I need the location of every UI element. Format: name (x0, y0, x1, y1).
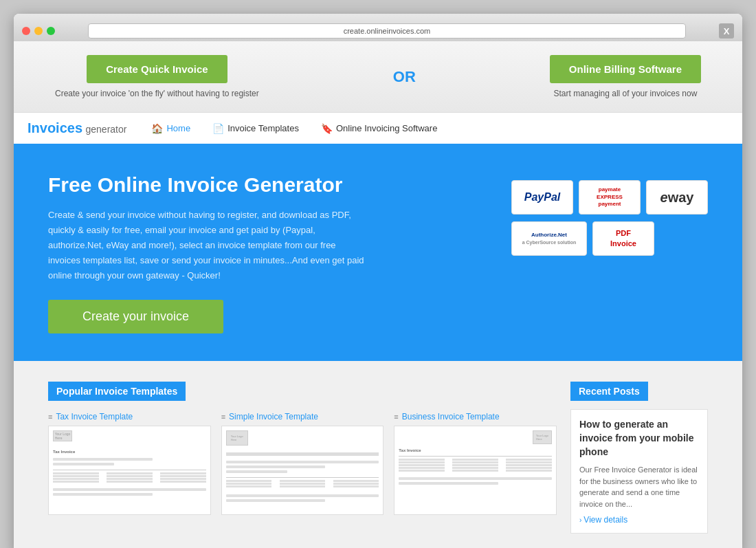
thumb-cell (160, 478, 206, 480)
template-simple-name: Simple Invoice Template (229, 412, 318, 421)
close-button[interactable]: X (719, 23, 734, 39)
eway-text: eway (660, 190, 694, 206)
hero-right: PayPal paymateEXPRESSpayment eway Author… (511, 173, 708, 256)
thumb-cell (226, 483, 272, 485)
thumb-cell (226, 480, 272, 482)
address-bar[interactable]: create.onlineinvoices.com (88, 23, 686, 39)
table-row (399, 464, 552, 466)
thumb-line (226, 470, 287, 473)
minimize-traffic-light[interactable] (34, 27, 43, 35)
thumb-cell (333, 485, 379, 487)
thumb-cell (452, 470, 498, 472)
thumb-cell (399, 459, 445, 461)
hero-title: Free Online Invoice Generator (48, 173, 484, 197)
header-left: Create Quick Invoice Create your invoice… (55, 55, 259, 98)
quick-invoice-subtitle: Create your invoice 'on the fly' without… (55, 89, 259, 98)
table-row (399, 461, 552, 463)
thumb-cell (506, 470, 552, 472)
template-business-name: Business Invoice Template (402, 412, 500, 421)
thumb-line (399, 482, 498, 485)
nav-link-software[interactable]: 🔖 Online Invoicing Software (310, 113, 448, 144)
thumb-cell (506, 461, 552, 463)
post-link-text: View details (583, 515, 627, 525)
templates-grid: ≡ Tax Invoice Template Your LogoHere (48, 412, 557, 515)
thumb-cell (53, 478, 99, 480)
content-area: Popular Invoice Templates ≡ Tax Invoice … (14, 361, 742, 548)
sidebar-heading-wrapper: Recent Posts (570, 382, 708, 409)
post-title-1: How to generate an invoice from your mob… (579, 418, 699, 459)
thumb-cell (280, 483, 326, 485)
brand-invoices: Invoices (27, 120, 82, 135)
create-quick-invoice-button[interactable]: Create Quick Invoice (87, 55, 227, 83)
thumb-cell (280, 480, 326, 482)
url-text: create.onlineinvoices.com (344, 27, 431, 35)
table-row (226, 485, 379, 487)
template-item-tax[interactable]: ≡ Tax Invoice Template Your LogoHere (48, 412, 211, 515)
templates-section-title: Popular Invoice Templates (48, 382, 186, 401)
nav-link-home-label: Home (166, 123, 190, 133)
thumb-line (53, 463, 114, 465)
authnet-text: Authorize.Neta CyberSource solution (522, 231, 577, 246)
paypal-text: PayPal (524, 191, 560, 204)
hero-description: Create & send your invoice without havin… (48, 208, 364, 283)
thumb-line (399, 477, 552, 480)
maximize-traffic-light[interactable] (47, 27, 55, 35)
thumb-cell (506, 464, 552, 466)
chevron-right-icon: › (579, 516, 581, 524)
nav-link-templates-label: Invoice Templates (227, 123, 299, 133)
table-row (226, 483, 379, 485)
billing-subtitle: Start managing all of your invoices now (554, 89, 698, 98)
pdf-logo: PDFInvoice (592, 221, 654, 256)
nav-link-home[interactable]: 🏠 Home (140, 113, 201, 146)
table-row (53, 472, 206, 474)
thumb-cell (333, 483, 379, 485)
thumb-cell (160, 481, 206, 483)
nav-link-templates[interactable]: 📄 Invoice Templates (201, 113, 310, 144)
template-tax-thumb[interactable]: Your LogoHere Tax Invoice (48, 426, 211, 515)
paymate-text: paymateEXPRESSpayment (597, 186, 623, 208)
nav-links: 🏠 Home 📄 Invoice Templates 🔖 Online Invo… (140, 113, 448, 144)
thumb-logo-3: Your LogoHere (533, 430, 552, 444)
thumb-title-3: Tax Invoice (399, 448, 552, 452)
table-row (399, 470, 552, 472)
pdf-text: PDFInvoice (610, 228, 636, 250)
thumb-cell (53, 481, 99, 483)
template-list-icon-2: ≡ (221, 413, 225, 421)
template-tax-name: Tax Invoice Template (56, 412, 133, 421)
template-business-thumb[interactable]: Your LogoHere Tax Invoice (394, 426, 557, 515)
authorizenet-logo: Authorize.Neta CyberSource solution (511, 221, 587, 256)
browser-window: create.onlineinvoices.com X Create Quick… (14, 14, 742, 548)
browser-chrome: create.onlineinvoices.com X (14, 14, 742, 41)
thumb-cell (160, 472, 206, 474)
template-item-business[interactable]: ≡ Business Invoice Template Your LogoHer… (394, 412, 557, 515)
sidebar-post-1: How to generate an invoice from your mob… (570, 409, 708, 534)
thumb-divider (226, 452, 379, 456)
thumb-cell (107, 481, 153, 483)
template-simple-thumb[interactable]: Your LogoHere (221, 426, 384, 515)
brand-generator: generator (86, 124, 127, 135)
template-tax-label: ≡ Tax Invoice Template (48, 412, 211, 421)
template-item-simple[interactable]: ≡ Simple Invoice Template Your LogoHere (221, 412, 384, 515)
thumb-line (53, 493, 153, 496)
sidebar: Recent Posts How to generate an invoice … (570, 382, 708, 534)
table-row (53, 481, 206, 483)
online-billing-button[interactable]: Online Billing Software (550, 55, 701, 83)
thumb-cell (53, 475, 99, 477)
thumb-cell (107, 472, 153, 474)
template-list-icon-1: ≡ (48, 413, 52, 421)
thumb-cell (53, 472, 99, 474)
hero-section: Free Online Invoice Generator Create & s… (14, 146, 742, 361)
thumb-title-1: Tax Invoice (53, 450, 206, 454)
thumb-logo-1: Your LogoHere (53, 430, 72, 441)
view-details-link[interactable]: › View details (579, 515, 699, 525)
close-traffic-light[interactable] (22, 27, 30, 35)
thumb-cell (452, 459, 498, 461)
paymate-logo: paymateEXPRESSpayment (579, 180, 641, 215)
header-bar: Create Quick Invoice Create your invoice… (14, 41, 742, 113)
template-list-icon-3: ≡ (394, 413, 398, 421)
thumb-line (226, 494, 379, 497)
payment-logos-bottom-row: Authorize.Neta CyberSource solution PDFI… (511, 221, 708, 256)
create-invoice-button[interactable]: Create your invoice (48, 300, 223, 333)
thumb-cell (280, 485, 326, 487)
thumb-cell (107, 475, 153, 477)
